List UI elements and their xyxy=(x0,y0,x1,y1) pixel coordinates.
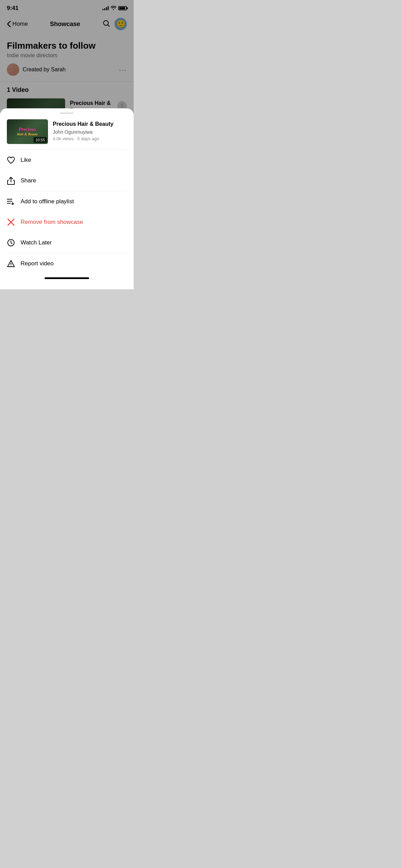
sheet-video-views: 4.0k views xyxy=(53,136,74,141)
share-label: Share xyxy=(21,177,36,184)
sheet-thumbnail-text: Precious Hair & Beauty Precious Hair & B… xyxy=(17,127,38,137)
home-indicator xyxy=(45,277,89,279)
remove-showcase-button[interactable]: Remove from showcase xyxy=(7,212,127,232)
watch-later-label: Watch Later xyxy=(21,239,52,246)
clock-icon xyxy=(7,239,15,247)
close-x-icon xyxy=(7,218,15,226)
heart-icon xyxy=(7,156,15,164)
sheet-menu: Like Share xyxy=(0,150,134,274)
sheet-video-preview: Precious Hair & Beauty Precious Hair & B… xyxy=(0,119,134,149)
sheet-duration-badge: 10:55 xyxy=(34,137,47,143)
watch-later-button[interactable]: Watch Later xyxy=(7,232,127,253)
sheet-video-title: Precious Hair & Beauty xyxy=(53,121,127,128)
like-button[interactable]: Like xyxy=(7,150,127,170)
sheet-thumbnail: Precious Hair & Beauty Precious Hair & B… xyxy=(7,119,48,144)
remove-showcase-label: Remove from showcase xyxy=(21,219,83,226)
share-button[interactable]: Share xyxy=(7,170,127,191)
add-offline-button[interactable]: Add to offline playlist xyxy=(7,191,127,212)
sheet-video-meta: 4.0k views · 5 days ago xyxy=(53,136,127,141)
share-icon xyxy=(7,177,15,185)
sheet-video-author: John Ogunmuyiwa xyxy=(53,129,127,135)
sheet-video-info: Precious Hair & Beauty John Ogunmuyiwa 4… xyxy=(53,119,127,141)
playlist-add-icon xyxy=(7,197,15,206)
sheet-video-time: 5 days ago xyxy=(77,136,99,141)
like-label: Like xyxy=(21,157,31,164)
add-offline-label: Add to offline playlist xyxy=(21,198,74,205)
report-video-button[interactable]: Report video xyxy=(7,253,127,274)
bottom-sheet: Precious Hair & Beauty Precious Hair & B… xyxy=(0,108,134,289)
report-video-label: Report video xyxy=(21,260,53,267)
sheet-handle xyxy=(60,112,74,114)
alert-triangle-icon xyxy=(7,260,15,268)
svg-point-8 xyxy=(11,265,11,266)
